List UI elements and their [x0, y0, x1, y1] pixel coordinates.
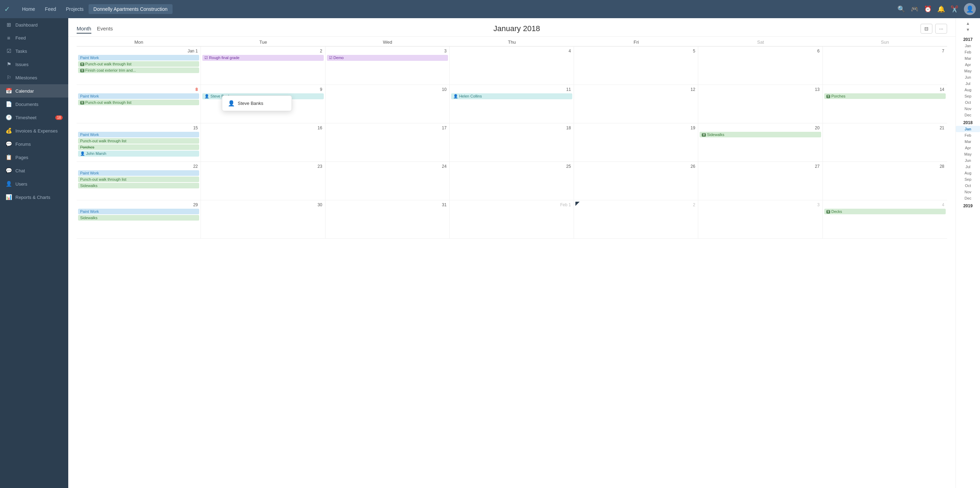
sidebar-item-pages[interactable]: 📋 Pages: [0, 151, 68, 164]
nav-projects[interactable]: Projects: [61, 4, 89, 14]
month-2017-jun[interactable]: Jun: [956, 74, 980, 81]
event-paint-work-w3[interactable]: Paint Work: [78, 132, 199, 137]
cell-jan18[interactable]: 18: [450, 124, 574, 162]
cell-jan1[interactable]: Jan 1 Paint Work TPunch-out walk through…: [76, 46, 201, 85]
event-sidewalks-w5[interactable]: Sidewalks: [78, 215, 199, 220]
cell-jan28[interactable]: 28: [823, 162, 947, 200]
cell-jan13[interactable]: 13: [698, 85, 822, 123]
cell-jan25[interactable]: 25: [450, 162, 574, 200]
month-2018-jul[interactable]: Jul: [956, 163, 980, 170]
cell-jan10[interactable]: 10: [326, 85, 450, 123]
cell-jan19[interactable]: 19: [574, 124, 698, 162]
month-2018-oct[interactable]: Oct: [956, 182, 980, 189]
cell-jan5[interactable]: 5: [574, 46, 698, 85]
month-2018-apr[interactable]: Apr: [956, 145, 980, 151]
month-2017-aug[interactable]: Aug: [956, 87, 980, 93]
event-demo[interactable]: ☑ Demo: [327, 55, 448, 61]
cell-jan30[interactable]: 30: [201, 200, 325, 238]
month-2018-nov[interactable]: Nov: [956, 189, 980, 195]
cell-jan8[interactable]: 8 Paint Work TPunch-out walk through lis…: [76, 85, 201, 123]
cell-feb1[interactable]: Feb 1: [450, 200, 574, 238]
arrow-down-icon[interactable]: ▼: [966, 27, 970, 32]
cell-jan29[interactable]: 29 Paint Work Sidewalks: [76, 200, 201, 238]
month-2018-aug[interactable]: Aug: [956, 170, 980, 176]
cell-jan12[interactable]: 12: [574, 85, 698, 123]
event-paint-work-w2[interactable]: Paint Work: [78, 93, 199, 99]
sidebar-item-users[interactable]: 👤 Users: [0, 177, 68, 190]
sidebar-item-issues[interactable]: ⚑ Issues: [0, 58, 68, 71]
month-2017-oct[interactable]: Oct: [956, 99, 980, 106]
month-2017-may[interactable]: May: [956, 68, 980, 74]
event-punch-out-w4[interactable]: Punch-out walk through list: [78, 176, 199, 182]
month-2017-jul[interactable]: Jul: [956, 81, 980, 87]
cell-jan17[interactable]: 17: [326, 124, 450, 162]
scissors-icon[interactable]: ✂️: [951, 5, 958, 13]
nav-home[interactable]: Home: [17, 4, 40, 14]
sidebar-item-documents[interactable]: 📄 Documents: [0, 98, 68, 111]
sidebar-item-calendar[interactable]: 📅 Calendar: [0, 84, 68, 98]
cell-feb3[interactable]: 3: [698, 200, 822, 238]
month-2017-feb[interactable]: Feb: [956, 49, 980, 55]
event-punch-out-w3[interactable]: Punch-out walk through list: [78, 138, 199, 144]
event-sidewalks-w4[interactable]: Sidewalks: [78, 183, 199, 189]
event-paint-work-w5[interactable]: Paint Work: [78, 209, 199, 214]
cell-jan9[interactable]: 9 👤 Steve Banks 👤 Steve Banks: [201, 85, 325, 123]
event-rough-grade[interactable]: ☑ Rough final grade: [202, 55, 323, 61]
cell-jan11[interactable]: 11 👤 Helen Collins: [450, 85, 574, 123]
month-2017-apr[interactable]: Apr: [956, 62, 980, 68]
cell-jan3[interactable]: 3 ☑ Demo: [326, 46, 450, 85]
cell-jan16[interactable]: 16: [201, 124, 325, 162]
month-2018-jun[interactable]: Jun: [956, 157, 980, 163]
nav-project-active[interactable]: Donnelly Apartments Construction: [89, 4, 173, 14]
sidebar-item-dashboard[interactable]: ⊞ Dashboard: [0, 18, 68, 32]
month-2017-jan[interactable]: Jan: [956, 43, 980, 49]
sidebar-item-feed[interactable]: ≡ Feed: [0, 32, 68, 44]
month-2018-mar[interactable]: Mar: [956, 138, 980, 145]
sidebar-item-timesheet[interactable]: 🕐 Timesheet 18: [0, 111, 68, 124]
month-2017-mar[interactable]: Mar: [956, 55, 980, 62]
month-2018-jan[interactable]: Jan: [956, 126, 980, 132]
cell-jan7[interactable]: 7: [823, 46, 947, 85]
event-finish-coat-w1[interactable]: TFinish coat exterior trim and...: [78, 68, 199, 73]
cell-jan21[interactable]: 21: [823, 124, 947, 162]
avatar[interactable]: 👤: [964, 3, 976, 15]
event-helen-collins[interactable]: 👤 Helen Collins: [451, 93, 572, 99]
cell-jan23[interactable]: 23: [201, 162, 325, 200]
arrow-up-icon[interactable]: ▲: [966, 21, 970, 26]
event-porches-w3[interactable]: Porches: [78, 144, 199, 150]
cell-jan4[interactable]: 4: [450, 46, 574, 85]
cell-jan15[interactable]: 15 Paint Work Punch-out walk through lis…: [76, 124, 201, 162]
clock-icon[interactable]: ⏰: [924, 5, 932, 13]
event-sidewalks-w3[interactable]: TSidewalks: [700, 132, 821, 137]
cell-jan31[interactable]: 31: [326, 200, 450, 238]
cell-jan24[interactable]: 24: [326, 162, 450, 200]
cell-jan20[interactable]: 20 TSidewalks: [698, 124, 822, 162]
month-2018-dec[interactable]: Dec: [956, 195, 980, 201]
event-paint-work-w1[interactable]: Paint Work: [78, 55, 199, 60]
sidebar-item-chat[interactable]: 💬 Chat: [0, 164, 68, 177]
month-2018-may[interactable]: May: [956, 151, 980, 157]
cell-jan6[interactable]: 6: [698, 46, 822, 85]
sidebar-item-forums[interactable]: 💬 Forums: [0, 137, 68, 151]
cell-jan22[interactable]: 22 Paint Work Punch-out walk through lis…: [76, 162, 201, 200]
event-decks[interactable]: TDecks: [824, 209, 946, 214]
bell-icon[interactable]: 🔔: [937, 5, 945, 13]
month-2017-dec[interactable]: Dec: [956, 112, 980, 118]
month-2018-sep[interactable]: Sep: [956, 176, 980, 182]
sidebar-item-milestones[interactable]: ⚐ Milestones: [0, 71, 68, 84]
event-punch-out-w2[interactable]: TPunch-out walk through list: [78, 100, 199, 105]
tab-month[interactable]: Month: [76, 24, 91, 33]
month-2017-sep[interactable]: Sep: [956, 93, 980, 99]
cell-feb2[interactable]: 2: [574, 200, 698, 238]
cell-jan26[interactable]: 26: [574, 162, 698, 200]
search-icon[interactable]: 🔍: [897, 5, 905, 13]
cell-feb4[interactable]: 4 TDecks: [823, 200, 947, 238]
event-john-marsh[interactable]: 👤 John Marsh: [78, 151, 199, 157]
month-2018-feb[interactable]: Feb: [956, 132, 980, 138]
sidebar-item-tasks[interactable]: ☑ Tasks: [0, 44, 68, 58]
event-paint-work-w4[interactable]: Paint Work: [78, 170, 199, 176]
event-punch-out-w1[interactable]: TPunch-out walk through list: [78, 61, 199, 67]
year-panel-arrows[interactable]: ▲ ▼: [966, 21, 970, 32]
more-button[interactable]: ···: [935, 24, 947, 33]
month-2017-nov[interactable]: Nov: [956, 106, 980, 112]
